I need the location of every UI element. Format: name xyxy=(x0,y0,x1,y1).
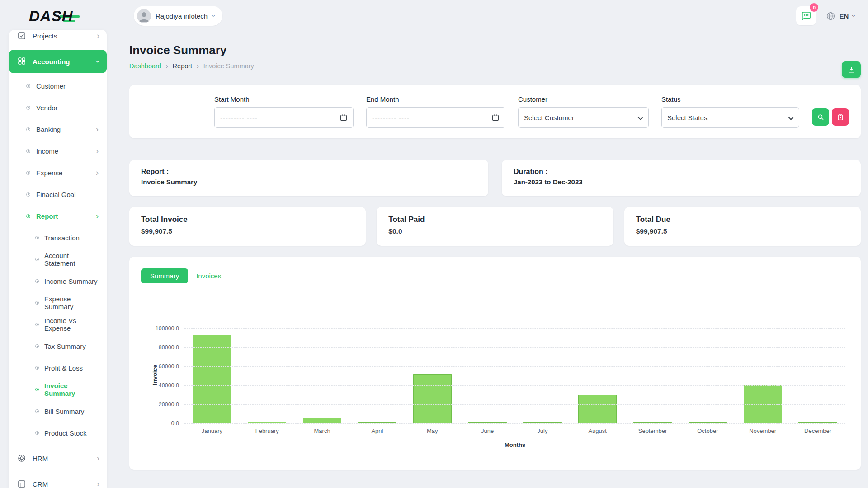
sidebar-item-account-statement[interactable]: Account Statement xyxy=(9,249,107,270)
sidebar-item-product-stock[interactable]: Product Stock xyxy=(9,422,107,444)
sidebar-item-profit-loss[interactable]: Profit & Loss xyxy=(9,357,107,379)
sidebar-item-label: Finacial Goal xyxy=(36,191,76,198)
bar-may[interactable] xyxy=(413,374,452,423)
calendar-icon xyxy=(491,113,500,122)
chart-column: August xyxy=(570,328,625,423)
breadcrumb-dashboard[interactable]: Dashboard xyxy=(129,62,161,70)
chevron-right-icon: › xyxy=(96,212,99,220)
breadcrumb-report[interactable]: Report xyxy=(173,62,193,70)
top-bar: DASH Rajodiya infotech › 0 xyxy=(0,0,868,33)
chevron-right-icon: › xyxy=(96,125,99,133)
sidebar-item-income-summary[interactable]: Income Summary xyxy=(9,270,107,292)
chevron-down-icon: › xyxy=(94,60,102,63)
x-tick-label: January xyxy=(202,427,222,434)
chevron-right-icon: › xyxy=(96,147,99,155)
bullet-icon xyxy=(26,149,30,153)
search-button[interactable] xyxy=(812,108,829,126)
sidebar-item-hrm[interactable]: HRM › xyxy=(9,447,107,469)
sidebar-item-financial-goal[interactable]: Finacial Goal xyxy=(9,183,107,205)
messages-badge: 0 xyxy=(810,3,818,12)
bullet-icon xyxy=(26,171,30,175)
company-selector[interactable]: Rajodiya infotech › xyxy=(134,6,222,26)
sidebar-item-expense[interactable]: Expense › xyxy=(9,162,107,183)
sidebar-item-customer[interactable]: Customer xyxy=(9,75,107,97)
stat-value: $99,907.5 xyxy=(141,227,354,235)
sidebar-item-report[interactable]: Report › xyxy=(9,205,107,227)
gridline xyxy=(184,366,845,367)
duration-value: Jan-2023 to Dec-2023 xyxy=(514,178,849,186)
gridline xyxy=(184,404,845,405)
logo-text: DASH xyxy=(29,8,73,25)
chevron-right-icon: › xyxy=(97,454,99,462)
bar-january[interactable] xyxy=(193,335,231,423)
sidebar-item-expense-summary[interactable]: Expense Summary xyxy=(9,292,107,314)
sidebar-item-crm[interactable]: CRM › xyxy=(9,473,107,488)
sidebar-item-vendor[interactable]: Vendor xyxy=(9,97,107,118)
sidebar-item-bill-summary[interactable]: Bill Summary xyxy=(9,400,107,422)
sidebar-item-accounting[interactable]: Accounting › xyxy=(9,50,107,73)
end-month-input[interactable]: --------- ---- xyxy=(366,107,505,128)
sidebar-item-banking[interactable]: Banking › xyxy=(9,118,107,140)
duration-card: Duration : Jan-2023 to Dec-2023 xyxy=(502,160,861,196)
gridline xyxy=(184,423,845,424)
logo: DASH xyxy=(29,7,73,25)
sidebar-item-transaction[interactable]: Transaction xyxy=(9,227,107,249)
bar-august[interactable] xyxy=(578,395,617,423)
customer-field: Customer Select Customer xyxy=(518,95,649,128)
app-root: DASH Rajodiya infotech › 0 xyxy=(0,0,868,488)
customer-select[interactable]: Select Customer xyxy=(518,107,649,128)
sidebar-item-tax-summary[interactable]: Tax Summary xyxy=(9,335,107,357)
x-tick-label: April xyxy=(371,427,383,434)
gridline xyxy=(184,328,845,329)
status-field: Status Select Status xyxy=(661,95,799,128)
grid-icon xyxy=(17,56,26,67)
bar-november[interactable] xyxy=(744,385,782,423)
chart-column: July xyxy=(515,328,570,423)
page-header: Invoice Summary Dashboard › Report › Inv… xyxy=(129,43,861,70)
bullet-icon xyxy=(35,431,39,435)
chart-column: April xyxy=(349,328,405,423)
tab-summary[interactable]: Summary xyxy=(141,268,188,283)
bullet-icon xyxy=(26,127,30,131)
tab-invoices[interactable]: Invoices xyxy=(196,272,221,280)
messages-button[interactable]: 0 xyxy=(796,6,816,25)
sidebar-item-label: Banking xyxy=(36,126,61,133)
sidebar-item-income-vs-expense[interactable]: Income Vs Expense xyxy=(9,314,107,335)
breadcrumb-current: Invoice Summary xyxy=(203,62,254,70)
chart-column: January xyxy=(184,328,240,423)
calendar-icon xyxy=(340,113,348,122)
language-selector[interactable]: EN › xyxy=(826,11,855,21)
sidebar-item-projects[interactable]: Projects › xyxy=(9,30,107,47)
y-tick-label: 40000.0 xyxy=(159,382,179,389)
report-value: Invoice Summary xyxy=(141,178,476,186)
download-button[interactable] xyxy=(842,61,861,78)
sidebar-item-income[interactable]: Income › xyxy=(9,140,107,162)
y-tick-label: 0.0 xyxy=(171,420,179,427)
sidebar-item-label: Bill Summary xyxy=(44,408,84,415)
check-square-icon xyxy=(17,31,26,40)
start-month-input[interactable]: --------- ---- xyxy=(214,107,354,128)
bar-march[interactable] xyxy=(303,418,341,423)
invoice-bar-chart: Invoice JanuaryFebruaryMarchAprilMayJune… xyxy=(184,328,845,448)
reset-button[interactable] xyxy=(832,108,849,126)
start-month-field: Start Month --------- ---- xyxy=(214,95,354,128)
status-label: Status xyxy=(661,95,799,103)
y-tick-label: 60000.0 xyxy=(159,363,179,370)
sidebar-item-invoice-summary[interactable]: Invoice Summary xyxy=(9,379,107,400)
window-grid-icon xyxy=(17,479,26,488)
sidebar-item-label: Income xyxy=(36,147,58,155)
bullet-icon xyxy=(35,279,39,283)
top-right-cluster: 0 EN › xyxy=(796,6,855,26)
filter-panel: Start Month --------- ---- End Month ---… xyxy=(129,85,861,138)
bullet-icon xyxy=(35,409,39,413)
sidebar-item-label: Income Vs Expense xyxy=(44,317,99,332)
x-tick-label: June xyxy=(481,427,494,434)
end-month-value: --------- ---- xyxy=(372,114,410,122)
breadcrumb-separator: › xyxy=(197,62,199,70)
stat-value: $0.0 xyxy=(388,227,601,235)
status-select[interactable]: Select Status xyxy=(661,107,799,128)
report-label: Report : xyxy=(141,168,476,176)
sidebar: Projects › Accounting › Customer Vendor … xyxy=(9,30,107,488)
chart-column: October xyxy=(680,328,735,423)
globe-icon xyxy=(826,11,835,21)
